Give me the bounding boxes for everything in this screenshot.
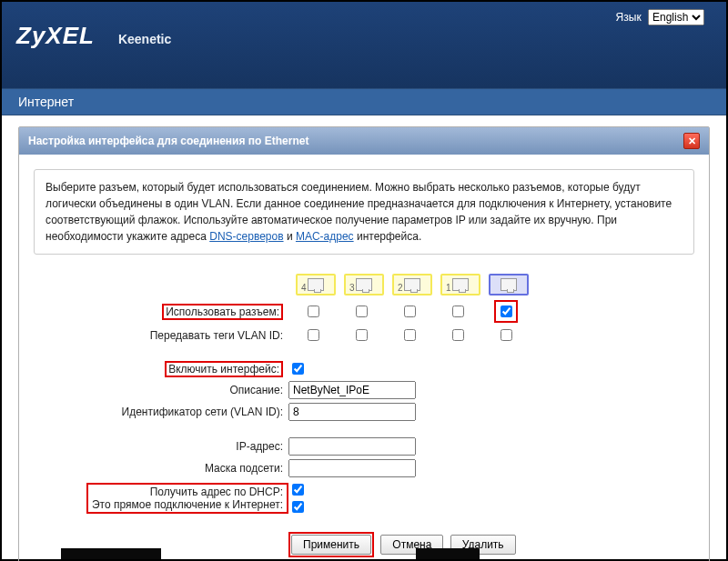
brand-logo: ZyXEL	[16, 22, 95, 50]
ip-label: IP-адрес:	[34, 440, 288, 453]
vlan-tag-1-checkbox[interactable]	[452, 329, 464, 341]
ethernet-panel: Настройка интерфейса для соединения по E…	[18, 126, 710, 561]
vlan-tag-wan-checkbox[interactable]	[500, 329, 512, 341]
use-port-2-checkbox[interactable]	[404, 303, 416, 320]
vlan-id-row: Идентификатор сети (VLAN ID):	[34, 403, 694, 421]
description-label: Описание:	[34, 384, 288, 396]
use-port-label: Использовать разъем:	[162, 304, 283, 320]
section-title: Интернет	[2, 88, 726, 115]
port-4: 4	[293, 271, 339, 298]
use-port-wan-checkbox[interactable]	[500, 306, 512, 317]
mask-row: Маска подсети:	[34, 459, 694, 477]
port-2: 2	[389, 271, 435, 298]
brand-row: ZyXEL Keenetic	[16, 22, 712, 50]
panel-title: Настройка интерфейса для соединения по E…	[28, 135, 308, 147]
use-port-4-checkbox[interactable]	[308, 303, 319, 320]
dhcp-label: Получить адрес по DHCP:	[92, 486, 283, 498]
language-label: Язык	[616, 11, 642, 24]
header: Язык English ZyXEL Keenetic	[2, 2, 726, 88]
bottom-decoration	[2, 548, 726, 559]
description-input[interactable]	[288, 381, 416, 399]
vlan-tag-3-checkbox[interactable]	[356, 329, 368, 341]
vlan-tag-label: Передавать теги VLAN ID:	[34, 329, 288, 342]
mask-label: Маска подсети:	[34, 462, 288, 475]
dhcp-direct-block: Получить адрес по DHCP: Это прямое подкл…	[34, 481, 694, 516]
ip-row: IP-адрес:	[34, 437, 694, 456]
enable-interface-label: Включить интерфейс:	[165, 361, 283, 377]
panel-header: Настройка интерфейса для соединения по E…	[19, 127, 709, 155]
ports-row: 4 3 2 1	[288, 271, 534, 298]
use-port-row: Использовать разъем:	[34, 300, 694, 323]
vlan-id-input[interactable]	[288, 403, 416, 421]
content-area: Настройка интерфейса для соединения по E…	[2, 115, 726, 559]
enable-interface-row: Включить интерфейс:	[34, 360, 694, 377]
direct-label: Это прямое подключение к Интернет:	[92, 498, 283, 511]
close-icon[interactable]: ✕	[683, 133, 700, 149]
vlan-tag-2-checkbox[interactable]	[404, 329, 416, 341]
mac-link[interactable]: MAC-адрес	[296, 230, 354, 243]
description-box: Выберите разъем, который будет использов…	[34, 169, 694, 255]
vlan-id-label: Идентификатор сети (VLAN ID):	[34, 406, 288, 418]
port-wan	[486, 271, 531, 298]
port-3: 3	[341, 271, 387, 298]
port-1: 1	[438, 271, 483, 298]
use-port-1-checkbox[interactable]	[452, 303, 464, 320]
panel-body: Выберите разъем, который будет использов…	[19, 155, 709, 561]
brand-model: Keenetic	[118, 32, 171, 46]
enable-interface-checkbox[interactable]	[292, 363, 304, 375]
language-selector-row: Язык English	[616, 9, 704, 25]
direct-checkbox[interactable]	[292, 501, 304, 513]
language-select[interactable]: English	[648, 9, 704, 25]
use-port-3-checkbox[interactable]	[356, 303, 368, 320]
mask-input[interactable]	[288, 459, 416, 477]
ip-input[interactable]	[288, 437, 416, 456]
router-admin-page: Язык English ZyXEL Keenetic Интернет Нас…	[0, 0, 728, 561]
description-row: Описание:	[34, 381, 694, 399]
dhcp-checkbox[interactable]	[292, 484, 304, 496]
vlan-tag-row: Передавать теги VLAN ID:	[34, 326, 694, 344]
vlan-tag-4-checkbox[interactable]	[308, 329, 319, 341]
dns-link[interactable]: DNS-серверов	[209, 230, 283, 243]
